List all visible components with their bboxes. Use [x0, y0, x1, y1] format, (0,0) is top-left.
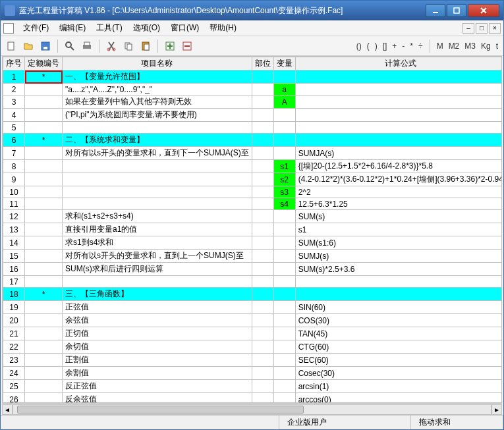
cell-unit[interactable] [252, 236, 273, 250]
col-name[interactable]: 项目名称 [63, 57, 252, 70]
cell-formula[interactable]: (4.2-0.12*2)*(3.6-0.12*2)+1*0.24+[墙侧](3.… [295, 173, 502, 186]
cell-var[interactable] [273, 250, 295, 263]
table-row[interactable]: 26反余弦值arccos(0) [3, 393, 503, 404]
cell-unit[interactable] [252, 340, 273, 354]
cell-var[interactable] [273, 236, 295, 250]
cell-unit[interactable] [252, 122, 273, 134]
cell-var[interactable]: s2 [273, 173, 295, 186]
horizontal-scrollbar[interactable]: ◂ ▸ [2, 403, 502, 415]
cell-unit[interactable] [252, 263, 273, 276]
cell-var[interactable] [273, 223, 295, 236]
op-÷[interactable]: ÷ [416, 41, 426, 51]
cell-name[interactable]: 正切值 [63, 327, 252, 340]
cell-var[interactable] [273, 393, 295, 404]
row-number[interactable]: 17 [3, 276, 25, 288]
table-row[interactable]: 22余切值CTG(60) [3, 340, 503, 354]
cell-formula[interactable]: arcsin(1) [295, 380, 502, 393]
cell-formula[interactable] [295, 84, 502, 95]
cell-code[interactable] [25, 263, 63, 276]
table-row[interactable]: 8s1{[墙]20-(12.5+1.5*2+6.16/4-2.8*3)}*5.8 [3, 160, 503, 173]
row-number[interactable]: 23 [3, 354, 25, 367]
cell-formula[interactable] [295, 122, 502, 134]
cell-name[interactable]: 反余弦值 [63, 393, 252, 404]
op-)[interactable]: ) [372, 41, 380, 51]
cell-var[interactable] [273, 210, 295, 223]
table-row[interactable]: 21正切值TAN(45) [3, 327, 503, 340]
row-number[interactable]: 13 [3, 223, 25, 236]
cell-unit[interactable] [252, 147, 273, 160]
cut-button[interactable] [103, 38, 119, 54]
row-number[interactable]: 4 [3, 109, 25, 122]
cell-code[interactable] [25, 198, 63, 210]
cell-unit[interactable] [252, 186, 273, 198]
table-row[interactable]: 10s32^2 [3, 186, 503, 198]
op-+[interactable]: + [389, 41, 399, 51]
unit-t[interactable]: t [493, 41, 501, 51]
row-number[interactable]: 9 [3, 173, 25, 186]
scroll-thumb[interactable] [17, 406, 304, 414]
scroll-left-button[interactable]: ◂ [2, 404, 13, 415]
cell-name[interactable] [63, 173, 252, 186]
cell-unit[interactable] [252, 367, 273, 380]
cell-unit[interactable] [252, 288, 273, 301]
row-number[interactable]: 15 [3, 250, 25, 263]
table-row[interactable]: 12求和(s1+s2+s3+s4)SUM(s) [3, 210, 503, 223]
cell-code[interactable]: * [25, 70, 63, 84]
mdi-close[interactable]: × [489, 23, 501, 34]
cell-code[interactable] [25, 327, 63, 340]
cell-name[interactable] [63, 276, 252, 288]
table-row[interactable]: 1*一、【变量允许范围】 [3, 70, 503, 84]
unit-M2[interactable]: M2 [446, 41, 462, 51]
menu-edit[interactable]: 编辑(E) [54, 21, 91, 35]
cell-code[interactable] [25, 210, 63, 223]
print-preview-button[interactable] [62, 38, 78, 54]
table-row[interactable]: 6*二、【系统求和变量】 [3, 134, 503, 147]
unit-Kg[interactable]: Kg [478, 41, 493, 51]
cell-var[interactable] [273, 314, 295, 327]
table-row[interactable]: 5 [3, 122, 503, 134]
spreadsheet[interactable]: 序号 定额编号 项目名称 部位 变量 计算公式 1*一、【变量允许范围】2"a.… [2, 56, 502, 403]
cell-unit[interactable] [252, 327, 273, 340]
row-number[interactable]: 20 [3, 314, 25, 327]
table-row[interactable]: 7对所有以s开头的变量求和，直到下一个SUMJA(S)至SUMJA(s) [3, 147, 503, 160]
cell-unit[interactable] [252, 173, 273, 186]
cell-unit[interactable] [252, 109, 273, 122]
cell-unit[interactable] [252, 70, 273, 84]
cell-formula[interactable]: COS(30) [295, 314, 502, 327]
cell-name[interactable]: 余弦值 [63, 314, 252, 327]
table-row[interactable]: 17 [3, 276, 503, 288]
row-number[interactable]: 11 [3, 198, 25, 210]
cell-code[interactable] [25, 250, 63, 263]
cell-var[interactable] [273, 134, 295, 147]
cell-name[interactable]: 余割值 [63, 367, 252, 380]
title-bar[interactable]: 蓝光工程量计算稿 V1.86 - [C:\Users\Administrator… [1, 1, 503, 20]
cell-var[interactable] [273, 327, 295, 340]
table-row[interactable]: 15对所有以s开头的变量求和，直到上一个SUMJ(S)至SUMJ(s) [3, 250, 503, 263]
cell-unit[interactable] [252, 160, 273, 173]
op--[interactable]: - [399, 41, 407, 51]
cell-var[interactable]: A [273, 95, 295, 109]
cell-var[interactable]: s4 [273, 198, 295, 210]
row-number[interactable]: 25 [3, 380, 25, 393]
cell-formula[interactable]: SUMJA(s) [295, 147, 502, 160]
cell-formula[interactable] [295, 109, 502, 122]
cell-name[interactable]: 三、【三角函数】 [63, 288, 252, 301]
table-row[interactable]: 2"a....z","A....Z","0....9","_"a [3, 84, 503, 95]
menu-file[interactable]: 文件(F) [18, 21, 54, 35]
table-row[interactable]: 16SUM(s)求和后进行四则运算SUM(s)*2.5+3.6 [3, 263, 503, 276]
cell-name[interactable] [63, 122, 252, 134]
cell-name[interactable]: 反正弦值 [63, 380, 252, 393]
cell-code[interactable]: * [25, 288, 63, 301]
row-number[interactable]: 6 [3, 134, 25, 147]
op-()[interactable]: () [354, 41, 364, 51]
cell-code[interactable] [25, 223, 63, 236]
cell-var[interactable] [273, 276, 295, 288]
row-number[interactable]: 19 [3, 301, 25, 314]
cell-unit[interactable] [252, 223, 273, 236]
table-row[interactable]: 25反正弦值arcsin(1) [3, 380, 503, 393]
row-number[interactable]: 3 [3, 95, 25, 109]
row-number[interactable]: 22 [3, 340, 25, 354]
unit-M[interactable]: M [434, 41, 446, 51]
cell-unit[interactable] [252, 301, 273, 314]
cell-code[interactable] [25, 147, 63, 160]
